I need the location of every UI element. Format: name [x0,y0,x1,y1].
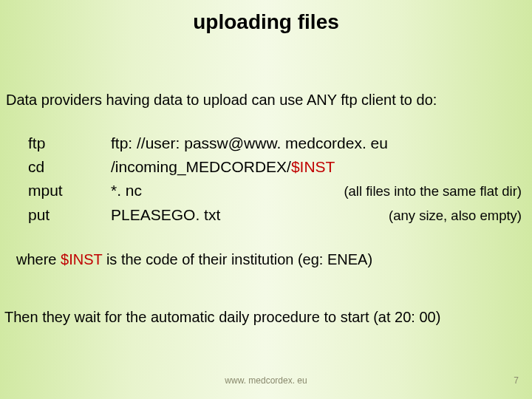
command-arg-prefix: /incoming_MEDCORDEX/ [111,158,291,175]
page-number: 7 [514,375,519,386]
command-arg: *. nc [111,179,142,202]
where-suffix: is the code of their institution (eg: EN… [102,251,372,267]
command-name: mput [28,179,111,202]
command-row: ftp ftp: //user: passw@www. medcordex. e… [28,132,523,155]
inst-variable: $INST [61,251,102,267]
command-name: cd [28,155,111,179]
command-row: mput *. nc (all files into the same flat… [28,179,523,203]
command-arg: PLEASEGO. txt [111,203,220,227]
command-name: ftp [28,132,111,155]
then-line: Then they wait for the automatic daily p… [4,309,440,326]
command-row: cd /incoming_MEDCORDEX/$INST [28,155,523,179]
where-prefix: where [16,251,61,267]
command-row: put PLEASEGO. txt (any size, also empty) [28,203,523,228]
command-name: put [28,203,111,227]
command-block: ftp ftp: //user: passw@www. medcordex. e… [28,132,523,228]
command-note: (all files into the same flat dir) [142,180,523,203]
command-arg: ftp: //user: passw@www. medcordex. eu [111,132,388,155]
slide-title: uploading files [0,10,532,34]
slide: uploading files Data providers having da… [0,0,532,399]
footer-url: www. medcordex. eu [0,375,532,386]
where-line: where $INST is the code of their institu… [16,251,372,268]
command-note: (any size, also empty) [220,204,523,228]
command-arg: /incoming_MEDCORDEX/$INST [111,155,335,179]
intro-text: Data providers having data to upload can… [6,92,437,109]
inst-variable: $INST [291,158,335,175]
